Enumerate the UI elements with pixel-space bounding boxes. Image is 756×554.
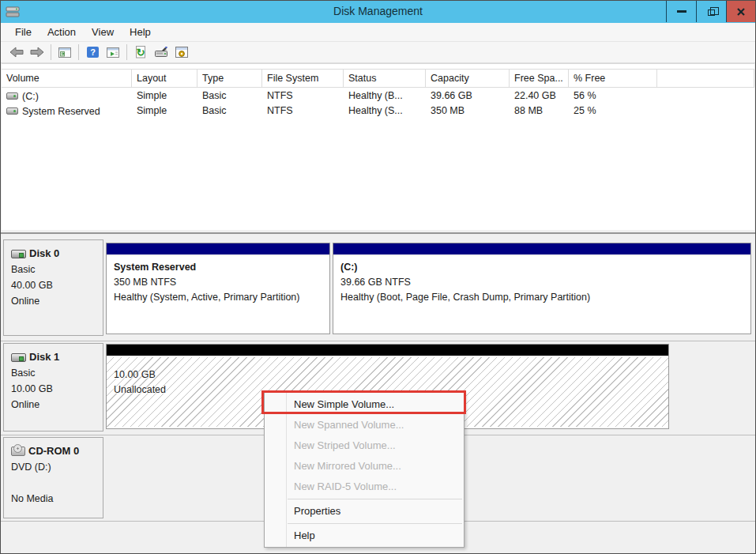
- menu-item-help[interactable]: Help: [265, 526, 464, 546]
- menu-item-new-spanned-volume: New Spanned Volume...: [265, 415, 464, 435]
- disk-name: Disk 1: [29, 349, 59, 365]
- cell-type: Basic: [197, 104, 262, 119]
- partition-name: System Reserved: [114, 260, 322, 275]
- cell-capacity: 39.66 GB: [426, 89, 510, 104]
- column-header-capacity[interactable]: Capacity: [426, 70, 510, 87]
- volume-icon: [6, 92, 18, 100]
- cell-capacity: 350 MB: [426, 104, 510, 119]
- menu-item-new-raid5-volume: New RAID-5 Volume...: [265, 477, 464, 497]
- volume-icon: [6, 107, 18, 115]
- disk-icon: [11, 353, 26, 362]
- disk-properties-icon[interactable]: [171, 43, 192, 62]
- column-header-filler: [657, 70, 754, 87]
- disk-status: Online: [11, 397, 101, 413]
- cell-status: Healthy (B...: [344, 89, 426, 104]
- volume-name: System Reserved: [22, 106, 100, 117]
- volume-table-header: Volume Layout Type File System Status Ca…: [2, 69, 754, 88]
- close-icon: [736, 7, 746, 17]
- cell-percent-free: 25 %: [569, 104, 657, 119]
- cell-status: Healthy (S...: [344, 104, 426, 119]
- cell-percent-free: 56 %: [569, 89, 657, 104]
- cell-file-system: NTFS: [262, 89, 344, 104]
- disk-name: Disk 0: [29, 246, 59, 262]
- partition-size: 39.66 GB NTFS: [340, 275, 743, 290]
- console-tree-icon[interactable]: [55, 43, 75, 62]
- column-header-file-system[interactable]: File System: [262, 70, 344, 87]
- menu-bar: File Action View Help: [1, 23, 755, 42]
- cell-free-space: 22.40 GB: [510, 89, 569, 104]
- cell-layout: Simple: [132, 89, 197, 104]
- cdrom-media-status: No Media: [11, 491, 101, 507]
- column-header-type[interactable]: Type: [197, 70, 262, 87]
- cdrom-label-panel[interactable]: CD-ROM 0 DVD (D:) No Media: [3, 437, 103, 518]
- partition-size: 350 MB NTFS: [114, 275, 322, 290]
- table-row-c-drive[interactable]: (C:) Simple Basic NTFS Healthy (B... 39.…: [2, 89, 754, 104]
- disk-size: 10.00 GB: [11, 381, 101, 397]
- close-button[interactable]: [726, 1, 755, 22]
- svg-text:?: ?: [90, 47, 96, 57]
- disk-kind: Basic: [11, 262, 101, 277]
- toolbar-separator: [78, 44, 79, 60]
- disk-management-window: Disk Management File Action View Help ?: [0, 0, 756, 554]
- cell-file-system: NTFS: [262, 104, 344, 119]
- partition-color-strip: [107, 243, 329, 256]
- toolbar-separator: [51, 44, 51, 60]
- menu-action[interactable]: Action: [39, 23, 84, 41]
- rescan-disks-icon[interactable]: [151, 43, 171, 62]
- toolbar-separator: [126, 44, 127, 60]
- partition-system-reserved[interactable]: System Reserved 350 MB NTFS Healthy (Sys…: [106, 243, 330, 334]
- partition-health: Healthy (System, Active, Primary Partiti…: [114, 290, 322, 305]
- cell-free-space: 88 MB: [510, 104, 569, 119]
- disk-size: 40.00 GB: [11, 277, 101, 293]
- disk1-label-panel[interactable]: Disk 1 Basic 10.00 GB Online: [3, 343, 103, 432]
- menu-separator: [288, 523, 462, 524]
- column-header-volume[interactable]: Volume: [2, 70, 132, 87]
- table-row-system-reserved[interactable]: System Reserved Simple Basic NTFS Health…: [2, 104, 754, 119]
- disk-icon: [11, 250, 26, 258]
- refresh-icon[interactable]: ↻: [130, 43, 151, 62]
- menu-item-new-striped-volume: New Striped Volume...: [265, 435, 464, 456]
- svg-text:↻: ↻: [137, 47, 145, 58]
- unallocated-color-strip: [107, 345, 668, 357]
- window-title: Disk Management: [1, 5, 755, 17]
- disk-kind: Basic: [11, 365, 101, 381]
- toolbar: ? ↻: [1, 42, 755, 63]
- unallocated-size: 10.00 GB: [114, 367, 661, 383]
- column-header-layout[interactable]: Layout: [132, 70, 197, 87]
- partition-name: (C:): [340, 260, 743, 275]
- partition-health: Healthy (Boot, Page File, Crash Dump, Pr…: [340, 290, 743, 305]
- context-menu: New Simple Volume... New Spanned Volume.…: [264, 392, 465, 548]
- cdrom-icon: [11, 447, 25, 456]
- minimize-button[interactable]: [666, 1, 696, 22]
- minimize-icon: [677, 10, 686, 13]
- partition-color-strip: [333, 243, 750, 256]
- column-header-percent-free[interactable]: % Free: [569, 70, 657, 87]
- cell-layout: Simple: [132, 104, 197, 119]
- disk-status: Online: [11, 293, 101, 309]
- forward-icon[interactable]: [27, 43, 47, 62]
- cdrom-drive-letter: DVD (D:): [11, 459, 101, 475]
- menu-separator: [288, 499, 462, 499]
- restore-icon: [708, 9, 715, 16]
- menu-item-new-simple-volume[interactable]: New Simple Volume...: [265, 394, 464, 415]
- title-bar[interactable]: Disk Management: [1, 1, 755, 23]
- menu-view[interactable]: View: [84, 23, 122, 41]
- column-header-status[interactable]: Status: [344, 70, 426, 87]
- cell-type: Basic: [197, 89, 262, 104]
- help-icon[interactable]: ?: [82, 43, 103, 62]
- restore-button[interactable]: [696, 1, 726, 22]
- partition-c-drive[interactable]: (C:) 39.66 GB NTFS Healthy (Boot, Page F…: [333, 243, 751, 334]
- volume-list-pane: Volume Layout Type File System Status Ca…: [2, 63, 754, 230]
- column-header-free-space[interactable]: Free Spa...: [510, 70, 569, 87]
- action-pane-icon[interactable]: [103, 43, 123, 62]
- menu-item-new-mirrored-volume: New Mirrored Volume...: [265, 456, 464, 477]
- cdrom-name: CD-ROM 0: [28, 443, 79, 459]
- disk0-label-panel[interactable]: Disk 0 Basic 40.00 GB Online: [3, 239, 103, 336]
- volume-name: (C:): [22, 91, 39, 102]
- menu-item-properties[interactable]: Properties: [265, 501, 464, 522]
- row-separator: [1, 341, 755, 341]
- window-controls: [666, 1, 755, 22]
- back-icon[interactable]: [6, 43, 27, 62]
- menu-help[interactable]: Help: [122, 23, 159, 41]
- menu-file[interactable]: File: [7, 23, 39, 41]
